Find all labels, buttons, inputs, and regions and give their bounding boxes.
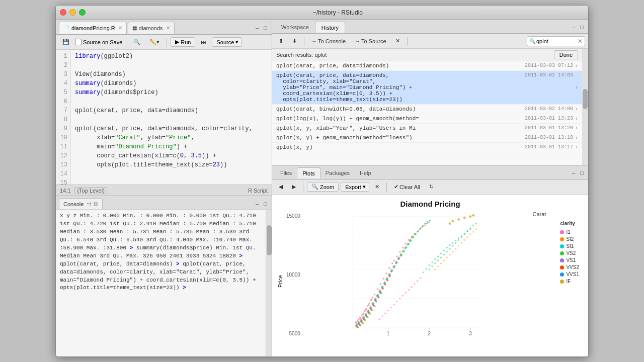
history-item-6-arrow[interactable]: › — [575, 135, 578, 141]
history-results-header: Search results: qplot Done — [272, 49, 582, 61]
svg-point-185 — [367, 317, 369, 319]
tab-diamondpricing-label: diamondPricing.R — [71, 25, 115, 31]
history-scroll-thumb[interactable] — [583, 89, 588, 109]
history-item-5[interactable]: qplot(x, y, xlab="Year", ylab="Users in … — [272, 124, 582, 133]
svg-point-216 — [446, 251, 448, 253]
history-item-3-arrow[interactable]: › — [575, 107, 578, 112]
to-console-icon: → — [311, 38, 317, 44]
svg-point-192 — [463, 217, 466, 219]
history-item-6[interactable]: qplot(x, y) + geom_smooth(method="loess"… — [272, 133, 582, 143]
history-search-box[interactable]: 🔍 ✕ — [527, 36, 585, 46]
minimize-button[interactable] — [69, 9, 76, 16]
svg-point-186 — [369, 313, 371, 315]
close-button[interactable] — [60, 9, 66, 16]
svg-point-182 — [360, 325, 362, 327]
history-item-2-arrow[interactable]: › — [575, 85, 578, 90]
tab-diamondpricing[interactable]: 📄 diamondPricing.R ✕ — [59, 22, 127, 34]
source-on-save-checkbox[interactable] — [75, 39, 82, 45]
delete-plot-button[interactable]: ✕ — [371, 182, 383, 192]
delete-history-button[interactable]: ✕ — [392, 36, 404, 46]
svg-point-253 — [460, 242, 462, 244]
svg-point-38 — [393, 259, 395, 261]
source-on-save-label[interactable]: Source on Save — [75, 39, 122, 45]
tab-diamonds-close[interactable]: ✕ — [166, 25, 170, 31]
tab-workspace[interactable]: Workspace — [275, 22, 315, 33]
collapse-console-button[interactable]: – — [254, 200, 260, 207]
maximize-right-top-button[interactable]: □ — [579, 24, 585, 31]
editor-tab-bar: 📄 diamondPricing.R ✕ ▦ diamonds ✕ – □ — [56, 20, 272, 35]
svg-point-228 — [425, 268, 427, 270]
zoom-icon: 🔍 — [311, 184, 318, 190]
console-scrollbar[interactable] — [266, 210, 272, 356]
run-icon: ▶ — [175, 39, 179, 45]
history-item-3[interactable]: qplot(carat, binwidth=0.05, data=diamond… — [272, 105, 582, 114]
svg-point-30 — [371, 299, 373, 301]
svg-point-180 — [380, 293, 382, 295]
to-source-button[interactable]: → To Source — [351, 37, 390, 46]
maximize-editor-button[interactable]: □ — [262, 24, 269, 31]
history-search-input[interactable] — [536, 38, 577, 44]
export-button[interactable]: Export ▾ — [341, 182, 369, 192]
history-item-7[interactable]: qplot(x, y) 2011-03-01 13:17 › — [272, 143, 582, 152]
history-item-7-arrow[interactable]: › — [575, 145, 578, 150]
clear-all-button[interactable]: ✔ Clear All — [390, 182, 424, 192]
source-button[interactable]: Source ▾ — [212, 37, 242, 47]
console-content[interactable]: x y z Min. : 0.000 Min. : 0.000 Min. : 0… — [56, 210, 266, 356]
svg-point-196 — [381, 315, 383, 317]
refresh-plot-button[interactable]: ↻ — [426, 182, 437, 192]
code-content[interactable]: library(ggplot2) View(diamonds) summary(… — [71, 50, 272, 185]
table-icon: ▦ — [132, 25, 137, 31]
maximize-console-button[interactable]: □ — [262, 200, 269, 207]
tab-history[interactable]: History — [315, 22, 345, 33]
load-history-button[interactable]: ⬆ — [275, 36, 287, 46]
prev-plot-button[interactable]: ◀ — [275, 182, 286, 192]
history-item-1-arrow[interactable]: › — [575, 63, 578, 69]
history-item-1[interactable]: qplot(carat, price, data=diamonds) 2011-… — [272, 61, 582, 71]
history-item-4[interactable]: qplot(log(x), log(y)) + geom_smooth(meth… — [272, 114, 582, 124]
tab-diamondpricing-close[interactable]: ✕ — [118, 25, 122, 31]
svg-point-218 — [452, 245, 454, 247]
maximize-plots-button[interactable]: □ — [579, 169, 585, 176]
next-plot-button[interactable]: ▶ — [288, 182, 299, 192]
title-bar: ~/history - RStudio — [56, 6, 588, 20]
history-item-2[interactable]: qplot(carat, price, data=diamonds, color… — [272, 71, 582, 105]
svg-point-206 — [411, 286, 413, 288]
format-button[interactable]: ✏️▾ — [146, 37, 163, 47]
tab-plots[interactable]: Plots — [297, 167, 320, 178]
find-button[interactable]: 🔍 — [130, 37, 144, 47]
history-item-5-arrow[interactable]: › — [575, 126, 578, 131]
legend-title: clarity — [560, 221, 579, 226]
legend-I1: I1 — [560, 229, 579, 235]
plots-sep-2 — [386, 183, 387, 192]
zoom-button[interactable]: 🔍 Zoom — [307, 182, 339, 192]
tab-diamonds[interactable]: ▦ diamonds ✕ — [128, 22, 175, 34]
svg-point-199 — [390, 307, 392, 309]
save-button[interactable]: 💾 — [59, 37, 73, 47]
tab-packages[interactable]: Packages — [320, 167, 355, 178]
svg-point-33 — [379, 283, 381, 285]
tab-files[interactable]: Files — [275, 167, 297, 178]
done-button[interactable]: Done — [554, 50, 578, 59]
editor-tab-controls: – □ — [254, 24, 269, 31]
chart-full: Diamond Pricing Price 15000 10000 5000 — [277, 200, 583, 351]
run-button[interactable]: ▶ Run — [171, 37, 195, 47]
plots-sep-1 — [303, 183, 303, 192]
plots-toolbar: ◀ ▶ 🔍 Zoom Export ▾ ✕ ✔ Clear — [272, 179, 588, 195]
svg-point-247 — [443, 259, 445, 261]
collapse-plots-button[interactable]: – — [571, 169, 577, 176]
save-history-button[interactable]: ⬇ — [289, 36, 300, 46]
next-button[interactable]: ⏭ — [197, 38, 210, 47]
svg-point-243 — [469, 229, 471, 231]
collapse-editor-button[interactable]: – — [254, 24, 260, 31]
code-editor[interactable]: 12345 678910 1112131415 library(ggplot2)… — [56, 50, 272, 185]
history-scrollbar[interactable] — [582, 49, 588, 165]
history-item-4-arrow[interactable]: › — [575, 116, 578, 122]
collapse-right-top-button[interactable]: – — [571, 24, 577, 31]
console-tab[interactable]: Console ~/ ⛓ — [59, 198, 103, 209]
console-scroll-thumb[interactable] — [267, 225, 272, 255]
tab-help[interactable]: Help — [355, 167, 376, 178]
to-console-button[interactable]: → To Console — [308, 37, 349, 46]
maximize-button[interactable] — [79, 9, 86, 16]
search-clear-icon[interactable]: ✕ — [578, 38, 583, 45]
plots-tab-bar: Files Plots Packages Help – □ — [272, 165, 588, 179]
